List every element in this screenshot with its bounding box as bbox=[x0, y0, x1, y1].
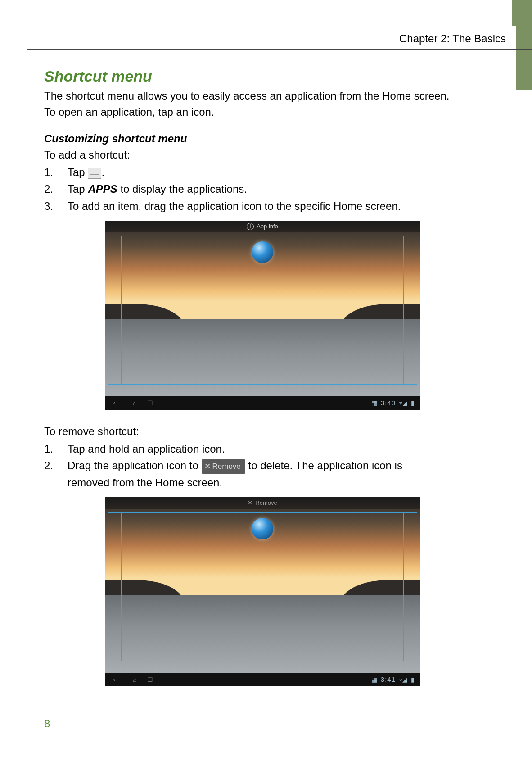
header-rule bbox=[27, 49, 532, 50]
add-steps-list: 1. Tap . 2. Tap APPS to display the appl… bbox=[44, 164, 481, 214]
home-icon: ⌂ bbox=[133, 676, 136, 683]
sd-icon: ▦ bbox=[371, 676, 377, 683]
browser-globe-icon bbox=[252, 241, 273, 263]
screenshot-topbar: ✕ Remove bbox=[105, 497, 420, 509]
step-number: 2. bbox=[44, 181, 68, 197]
step-text: To add an item, drag the application ico… bbox=[68, 198, 481, 214]
info-icon: i bbox=[247, 223, 254, 230]
recent-icon: ☐ bbox=[147, 676, 153, 683]
topbar-text: App info bbox=[257, 223, 278, 230]
battery-icon: ▮ bbox=[411, 399, 415, 407]
add-shortcut-label: To add a shortcut: bbox=[44, 148, 481, 162]
back-icon: ⟵ bbox=[113, 399, 122, 407]
step-text: to delete. The application icon is bbox=[248, 459, 402, 471]
wifi-icon: ▿◢ bbox=[399, 676, 407, 683]
close-x-icon: ✕ bbox=[204, 462, 211, 471]
page-number: 8 bbox=[44, 717, 50, 730]
apps-grid-icon bbox=[88, 168, 101, 179]
step-text: Tap bbox=[68, 166, 88, 178]
wifi-icon: ▿◢ bbox=[399, 399, 407, 407]
page-edge-tab bbox=[516, 0, 532, 90]
step-number: 2. bbox=[44, 457, 68, 474]
home-icon: ⌂ bbox=[133, 399, 136, 407]
remove-steps-list: 1. Tap and hold an application icon. 2. … bbox=[44, 440, 481, 491]
chapter-header: Chapter 2: The Basics bbox=[399, 32, 506, 45]
sd-icon: ▦ bbox=[371, 399, 377, 407]
screenshot-navbar: ⟵ ⌂ ☐ ⋮ ▦ 3:41 ▿◢ ▮ bbox=[105, 673, 420, 686]
remove-button-label: Remove bbox=[212, 462, 241, 471]
apps-bold: APPS bbox=[88, 183, 117, 195]
screenshot-add-shortcut: i App info ⟵ ⌂ ☐ ⋮ ▦ 3:40 bbox=[105, 221, 420, 410]
subsection-title: Customizing shortcut menu bbox=[44, 132, 481, 145]
step-number: 1. bbox=[44, 440, 68, 457]
topbar-text: Remove bbox=[255, 499, 277, 506]
close-x-icon: ✕ bbox=[248, 499, 252, 506]
remove-shortcut-label: To remove shortcut: bbox=[44, 424, 481, 439]
screenshot-navbar: ⟵ ⌂ ☐ ⋮ ▦ 3:40 ▿◢ ▮ bbox=[105, 396, 420, 410]
step-text: . bbox=[101, 166, 104, 178]
step-number: 3. bbox=[44, 198, 68, 214]
screenshot-topbar: i App info bbox=[105, 221, 420, 232]
browser-globe-icon bbox=[252, 518, 273, 539]
step-text: removed from the Home screen. bbox=[68, 474, 481, 491]
step-text: to display the applications. bbox=[117, 183, 247, 195]
battery-icon: ▮ bbox=[411, 676, 415, 683]
screenshot-remove-shortcut: ✕ Remove ⟵ ⌂ ☐ ⋮ ▦ 3:41 bbox=[105, 497, 420, 686]
clock: 3:40 bbox=[381, 399, 396, 407]
step-text: Drag the application icon to bbox=[68, 459, 202, 471]
menu-icon: ⋮ bbox=[164, 399, 170, 407]
remove-button-inline: ✕Remove bbox=[202, 459, 245, 474]
back-icon: ⟵ bbox=[113, 676, 122, 683]
section-title: Shortcut menu bbox=[44, 68, 481, 85]
step-text: Tap bbox=[68, 183, 88, 195]
step-text: Tap and hold an application icon. bbox=[68, 440, 481, 457]
step-number: 1. bbox=[44, 164, 68, 181]
intro-text-2: To open an application, tap an icon. bbox=[44, 105, 481, 119]
clock: 3:41 bbox=[381, 675, 396, 683]
menu-icon: ⋮ bbox=[164, 676, 170, 683]
intro-text-1: The shortcut menu allows you to easily a… bbox=[44, 89, 481, 103]
recent-icon: ☐ bbox=[147, 399, 153, 407]
